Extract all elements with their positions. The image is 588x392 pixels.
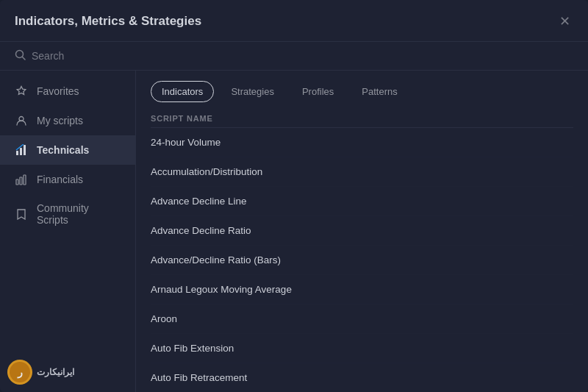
script-list-item[interactable]: Auto Fib Extension <box>151 334 573 363</box>
sidebar-item-technicals[interactable]: Technicals <box>0 135 135 165</box>
search-bar <box>0 42 588 71</box>
watermark-text: ایرانیکارت <box>37 367 74 377</box>
sidebar-item-label: Favorites <box>37 85 79 97</box>
body: Favorites My scripts <box>0 71 588 392</box>
script-list-item[interactable]: 24-hour Volume <box>151 128 573 157</box>
script-list-item[interactable]: Auto Fib Retracement <box>151 363 573 392</box>
sidebar: Favorites My scripts <box>0 71 136 392</box>
sidebar-item-favorites[interactable]: Favorites <box>0 76 135 106</box>
star-icon <box>15 85 28 98</box>
user-icon <box>15 114 28 127</box>
bookmark-icon <box>15 207 28 221</box>
watermark: ر ایرانیکارت <box>7 360 74 385</box>
modal: Indicators, Metrics & Strategies ✕ <box>0 0 588 392</box>
technicals-icon <box>15 143 28 157</box>
modal-title: Indicators, Metrics & Strategies <box>15 14 201 29</box>
search-wrapper <box>15 49 573 63</box>
watermark-logo: ر <box>7 360 32 385</box>
sidebar-item-community-scripts[interactable]: Community Scripts <box>0 194 135 234</box>
svg-rect-3 <box>16 151 18 155</box>
sidebar-item-label: Technicals <box>37 144 89 156</box>
sidebar-item-label: Community Scripts <box>37 202 121 226</box>
search-input[interactable] <box>32 50 573 62</box>
bar-chart-icon <box>15 173 28 186</box>
script-list-item[interactable]: Arnaud Legoux Moving Average <box>151 275 573 304</box>
sidebar-item-label: My scripts <box>37 115 83 126</box>
script-list-item[interactable]: Advance Decline Ratio <box>151 216 573 246</box>
svg-rect-4 <box>20 148 22 155</box>
search-icon <box>15 49 26 63</box>
svg-rect-7 <box>20 177 22 185</box>
script-list-header: SCRIPT NAME <box>151 110 573 128</box>
content-area: Indicators Strategies Profiles Patterns … <box>136 71 588 392</box>
svg-line-1 <box>23 57 26 60</box>
tab-patterns[interactable]: Patterns <box>351 81 408 102</box>
tab-indicators[interactable]: Indicators <box>151 81 214 102</box>
script-list-item[interactable]: Advance Decline Line <box>151 187 573 216</box>
sidebar-item-label: Financials <box>37 174 83 185</box>
tab-profiles[interactable]: Profiles <box>291 81 345 102</box>
sidebar-item-my-scripts[interactable]: My scripts <box>0 106 135 135</box>
close-button[interactable]: ✕ <box>556 12 573 31</box>
tab-strategies[interactable]: Strategies <box>220 81 285 102</box>
svg-text:ر: ر <box>17 366 23 379</box>
tabs: Indicators Strategies Profiles Patterns <box>151 71 573 110</box>
script-list-item[interactable]: Aroon <box>151 304 573 334</box>
svg-rect-5 <box>24 145 26 155</box>
modal-header: Indicators, Metrics & Strategies ✕ <box>0 0 588 42</box>
script-list-item[interactable]: Accumulation/Distribution <box>151 157 573 187</box>
script-list: 24-hour VolumeAccumulation/DistributionA… <box>151 128 573 392</box>
sidebar-item-financials[interactable]: Financials <box>0 165 135 194</box>
svg-rect-8 <box>24 175 26 185</box>
script-list-item[interactable]: Advance/Decline Ratio (Bars) <box>151 246 573 275</box>
svg-rect-6 <box>16 179 18 185</box>
